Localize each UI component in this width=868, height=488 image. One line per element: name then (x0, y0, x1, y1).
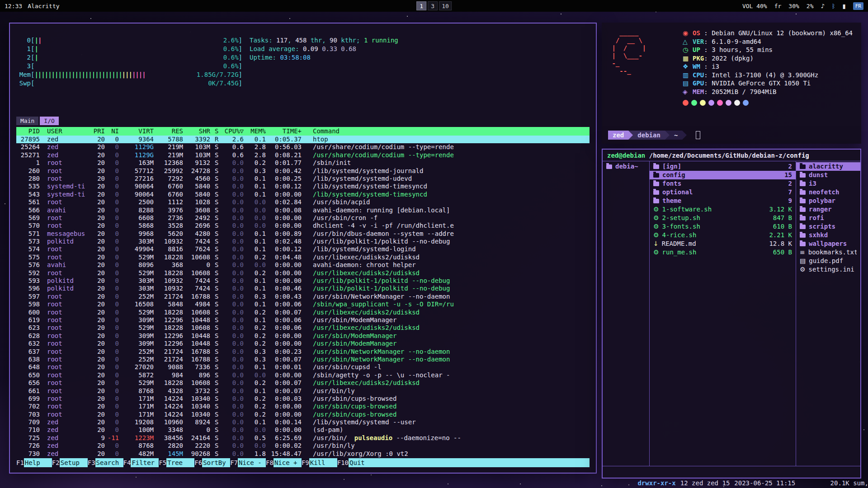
meter-label: 2 (16, 53, 31, 62)
process-row[interactable]: 573polkitd200303M109327424S0.00.10:02.48… (16, 238, 590, 245)
fkey-f5[interactable]: F5Tree (159, 458, 194, 467)
process-row[interactable]: 543systemd-ti2009006467605840S0.00.10:00… (16, 191, 590, 198)
header-res[interactable]: RES (154, 127, 183, 136)
fkey-f8[interactable]: F8Nice + (266, 458, 302, 467)
process-row[interactable]: 598root2001650858484984S0.00.10:00.06/sb… (16, 300, 590, 308)
process-row[interactable]: 661root200876843283732S0.00.10:00.07/usr… (16, 387, 590, 395)
file-item-fonts[interactable]: fonts2 (650, 179, 796, 188)
file-item-config[interactable]: config15 (650, 171, 796, 179)
file-item-run_me.sh[interactable]: ⚙run_me.sh650 B (650, 248, 796, 257)
file-item-guide.pdf[interactable]: ▤guide.pdf (796, 257, 860, 265)
file-item-debia[interactable]: debia~ (603, 162, 649, 171)
file-item-ign[interactable]: [ign]2 (650, 162, 796, 171)
process-row[interactable]: 725zed9-111223M3845624164S0.00.56:25.69/… (16, 434, 590, 442)
file-item-ranger[interactable]: ranger (796, 205, 860, 214)
process-row[interactable]: 709zed20019208109608924S0.00.10:00.14/li… (16, 418, 590, 426)
process-row[interactable]: 25271zed2001129G219M103MS0.62.80:08.21/u… (16, 151, 590, 159)
file-item-rofi[interactable]: rofi (796, 214, 860, 222)
col-shr: 10608 (183, 269, 210, 277)
file-item-sxhkd[interactable]: sxhkd (796, 231, 860, 239)
process-row[interactable]: 623root200529M1822810608S0.00.20:00.06/u… (16, 324, 590, 332)
header-virt[interactable]: VIRT (119, 127, 154, 136)
fkey-f7[interactable]: F7Nice - (230, 458, 266, 467)
process-row[interactable]: 703root200171M1422410340S0.00.20:00.00/u… (16, 411, 590, 418)
workspace-10[interactable]: 10 (439, 1, 452, 10)
file-item-3-fonts.sh[interactable]: ⚙3-fonts.sh610 B (650, 222, 796, 231)
header-cmd[interactable]: Command (302, 127, 590, 136)
process-row[interactable]: 648root2002702090887336S0.00.10:00.01/us… (16, 363, 590, 371)
process-row[interactable]: 628root200309M1229610448S0.00.20:00.00/u… (16, 332, 590, 340)
file-item-polybar[interactable]: polybar (796, 197, 860, 205)
process-row[interactable]: 1root200163M123689132S0.00.20:01.77/sbin… (16, 159, 590, 167)
header-pid[interactable]: PID (16, 127, 40, 136)
tab-io[interactable]: I/O (40, 117, 58, 125)
process-row[interactable]: 597root200252M2172416788S0.00.30:00.43/u… (16, 293, 590, 300)
header-mem[interactable]: MEM% (244, 127, 266, 136)
workspace-3[interactable]: 3 (428, 1, 438, 10)
file-item-alacritty[interactable]: alacritty (796, 162, 860, 171)
process-row[interactable]: 27895zed200936457883392R2.60.10:05.37hto… (16, 136, 590, 143)
file-item-settings.ini[interactable]: ⚙settings.ini (796, 265, 860, 274)
file-item-README.md[interactable]: ↓README.md12.8 K (650, 239, 796, 248)
fkey-f2[interactable]: F2Setup (52, 458, 88, 467)
process-row[interactable]: 596polkitd200303M109327424S0.00.10:00.46… (16, 285, 590, 292)
file-item-neofetch[interactable]: neofetch (796, 188, 860, 197)
process-row[interactable]: 656root200529M1822810608S0.00.20:00.07/u… (16, 379, 590, 387)
file-item-i3[interactable]: i3 (796, 179, 860, 188)
fkey-f4[interactable]: F4Filter (123, 458, 159, 467)
process-row[interactable]: 638root200252M2172416788S0.00.30:00.07/u… (16, 356, 590, 363)
file-item-bookmarks.txt[interactable]: ≡bookmarks.txt (796, 248, 860, 257)
file-item-dunst[interactable]: dunst (796, 171, 860, 179)
header-cpu[interactable]: CPU%▽ (221, 127, 244, 136)
process-row[interactable]: 535systemd-ti2009006467605840S0.00.10:00… (16, 183, 590, 190)
fkey-f1[interactable]: F1Help (16, 458, 52, 467)
process-row[interactable]: 561root200250011121028S0.00.00:02.84/usr… (16, 198, 590, 206)
process-row[interactable]: 600root200529M1822810608S0.00.20:00.07/u… (16, 309, 590, 316)
header-s[interactable]: S (210, 127, 221, 136)
fkey-f6[interactable]: F6SortBy (194, 458, 230, 467)
process-row[interactable]: 576avahi20080963680S0.00.00:00.00avahi-d… (16, 261, 590, 269)
fkey-f9[interactable]: F9Kill (302, 458, 337, 467)
process-row[interactable]: 637root200252M2172416788S0.00.30:00.23/u… (16, 348, 590, 356)
process-row[interactable]: 702root200171M1422410340S0.00.20:00.00/u… (16, 403, 590, 410)
file-item-optional[interactable]: optional7 (650, 188, 796, 197)
process-row[interactable]: 699root200171M1422410340S0.00.20:00.03/u… (16, 395, 590, 403)
header-time[interactable]: TIME+ (266, 127, 302, 136)
process-row[interactable]: 260root200577122599224728S0.00.30:00.42/… (16, 167, 590, 175)
header-shr[interactable]: SHR (183, 127, 210, 136)
process-row[interactable]: 650root2005872984896S0.00.00:00.00/sbin/… (16, 371, 590, 379)
process-table-header[interactable]: PIDUSERPRINIVIRTRESSHRSCPU%▽MEM%TIME+Com… (16, 127, 590, 136)
process-row[interactable]: 632root200309M1229610448S0.00.20:00.00/u… (16, 340, 590, 347)
shell-prompt[interactable]: zeddebian~ (608, 130, 855, 140)
file-item-1-software.sh[interactable]: ⚙1-software.sh3.12 K (650, 205, 796, 214)
tab-main[interactable]: Main (16, 117, 38, 125)
process-row[interactable]: 571messagebus200996856204280S0.00.10:00.… (16, 230, 590, 238)
file-item-4-rice.sh[interactable]: ⚙4-rice.sh2.21 K (650, 231, 796, 239)
fkey-f3[interactable]: F3Search (88, 458, 123, 467)
file-item-theme[interactable]: theme9 (650, 197, 796, 205)
process-row[interactable]: 593polkitd200303M109327424S0.00.10:00.00… (16, 277, 590, 285)
process-row[interactable]: 592root200529M1822810608S0.00.20:00.00/u… (16, 269, 590, 277)
process-row[interactable]: 566avahi200828839763608S0.00.00:00.08ava… (16, 206, 590, 214)
file-item-scripts[interactable]: scripts (796, 222, 860, 231)
summary-segment: 458 (295, 37, 307, 44)
process-row[interactable]: 569root200660827362492S0.00.00:00.00/usr… (16, 214, 590, 222)
col-user: root (40, 356, 89, 363)
header-user[interactable]: USER (40, 127, 89, 136)
process-row[interactable]: 710zed200100M33480S0.00.00:00.00(sd-pam) (16, 426, 590, 434)
header-pri[interactable]: PRI (89, 127, 105, 136)
process-row[interactable]: 25264zed2001129G219M103MS0.62.80:56.03/u… (16, 143, 590, 151)
process-row[interactable]: 619root200309M1229610448S0.00.10:00.06/u… (16, 316, 590, 324)
file-item-2-setup.sh[interactable]: ⚙2-setup.sh847 B (650, 214, 796, 222)
process-row[interactable]: 730zed200482M145M90268S0.01.815:48.47/us… (16, 450, 590, 458)
process-row[interactable]: 574root2004990488167624S0.00.10:00.12/li… (16, 245, 590, 253)
file-item-wallpapers[interactable]: wallpapers (796, 239, 860, 248)
process-row[interactable]: 280root2002721672924560S0.00.10:00.25/li… (16, 175, 590, 183)
process-row[interactable]: 726zed200876828202220S0.00.00:00.02/usr/… (16, 442, 590, 450)
fkey-f10[interactable]: F10Quit (337, 458, 377, 467)
workspace-1[interactable]: 1 (416, 1, 426, 10)
process-row[interactable]: 575root200529M1822810608S0.00.20:04.48/u… (16, 253, 590, 261)
file-meta: 12 zed zed 15 (680, 479, 730, 487)
process-row[interactable]: 570root200586835282696S0.00.00:00.00dhcl… (16, 222, 590, 230)
header-ni[interactable]: NI (105, 127, 119, 136)
